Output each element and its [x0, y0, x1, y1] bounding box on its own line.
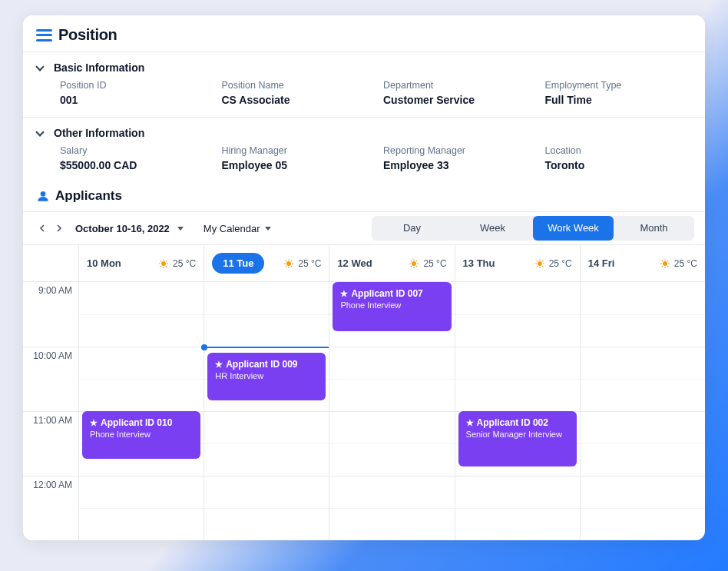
- star-icon: ★: [215, 360, 223, 370]
- svg-line-33: [536, 260, 537, 261]
- view-month[interactable]: Month: [614, 216, 694, 241]
- day-header[interactable]: 12 Wed25 °C: [329, 245, 454, 281]
- day-header[interactable]: 14 Fri25 °C: [580, 245, 705, 281]
- calendar-event[interactable]: ★Applicant ID 010Phone Interview: [82, 411, 200, 459]
- svg-line-16: [291, 265, 292, 266]
- field: Salary $55000.00 CAD: [60, 145, 207, 171]
- other-info-grid: Salary $55000.00 CAD Hiring Manager Empl…: [23, 145, 705, 182]
- field: Department Customer Service: [383, 80, 530, 106]
- svg-line-27: [416, 260, 417, 261]
- view-work-week[interactable]: Work Week: [533, 216, 614, 241]
- section-heading: Other Information: [54, 127, 144, 139]
- day-temp: 25 °C: [409, 258, 446, 269]
- svg-line-8: [160, 265, 161, 266]
- applicants-title: Applicants: [55, 188, 122, 204]
- svg-point-37: [663, 261, 667, 265]
- star-icon: ★: [90, 418, 98, 428]
- day-header[interactable]: 11 Tue25 °C: [204, 245, 329, 281]
- card-header: Position: [23, 15, 705, 52]
- day-column[interactable]: [580, 282, 705, 540]
- svg-point-1: [162, 261, 166, 265]
- calendar-toolbar: October 10-16, 2022 My Calendar Day Week…: [23, 211, 705, 245]
- sun-icon: [158, 258, 169, 269]
- field: Hiring Manager Employee 05: [222, 145, 369, 171]
- field-value: Employee 05: [222, 159, 369, 171]
- view-day[interactable]: Day: [372, 216, 452, 241]
- field: Reporting Manager Employee 33: [383, 145, 530, 171]
- view-week[interactable]: Week: [452, 216, 533, 241]
- calendar-event[interactable]: ★Applicant ID 002Senior Manager Intervie…: [458, 411, 577, 466]
- svg-point-0: [41, 191, 46, 197]
- svg-line-26: [411, 265, 412, 266]
- star-icon: ★: [340, 289, 348, 299]
- position-card: Position Basic Information Position ID 0…: [23, 15, 705, 540]
- calendar-header-row: 10 Mon25 °C11 Tue25 °C12 Wed25 °C13 Thu2…: [23, 245, 705, 282]
- time-column: 9:00 AM10:00 AM11:00 AM12:00 AM: [23, 282, 78, 540]
- calendar-event[interactable]: ★Applicant ID 007Phone Interview: [333, 282, 451, 331]
- prev-button[interactable]: [34, 220, 51, 237]
- svg-line-44: [662, 265, 663, 266]
- field-label: Position Name: [222, 80, 369, 91]
- event-title: Applicant ID 007: [351, 288, 422, 299]
- svg-line-25: [416, 265, 417, 266]
- event-title: Applicant ID 010: [101, 417, 172, 428]
- calendar-picker[interactable]: My Calendar: [204, 223, 271, 234]
- field-label: Department: [383, 80, 530, 91]
- svg-line-42: [662, 260, 663, 261]
- field-value: $55000.00 CAD: [60, 159, 207, 171]
- field: Position Name CS Associate: [222, 80, 369, 106]
- field-value: 001: [60, 94, 207, 106]
- svg-line-17: [286, 265, 286, 266]
- field-label: Salary: [60, 145, 207, 156]
- event-subtitle: Phone Interview: [90, 430, 193, 439]
- person-icon: [37, 190, 49, 202]
- chevron-down-icon[interactable]: [177, 227, 184, 231]
- section-other-info[interactable]: Other Information: [23, 118, 705, 145]
- sun-icon: [660, 258, 670, 269]
- day-temp: 25 °C: [283, 258, 321, 269]
- next-button[interactable]: [51, 220, 68, 237]
- svg-line-36: [542, 260, 543, 261]
- date-range[interactable]: October 10-16, 2022: [75, 223, 170, 234]
- field-label: Hiring Manager: [222, 145, 369, 156]
- svg-line-15: [286, 260, 286, 261]
- day-temp: 25 °C: [534, 258, 572, 269]
- time-slot: 12:00 AM: [23, 476, 78, 540]
- svg-line-9: [166, 260, 167, 261]
- day-label: 13 Thu: [463, 257, 495, 269]
- svg-line-34: [542, 265, 543, 266]
- day-header[interactable]: 10 Mon25 °C: [78, 245, 204, 281]
- field-value: Employee 33: [383, 159, 530, 171]
- day-header[interactable]: 13 Thu25 °C: [455, 245, 580, 281]
- day-label: 11 Tue: [212, 253, 264, 274]
- day-temp: 25 °C: [660, 258, 697, 269]
- calendar-event[interactable]: ★Applicant ID 009HR Interview: [207, 353, 326, 400]
- time-slot: 11:00 AM: [23, 411, 78, 476]
- day-column[interactable]: ★Applicant ID 007Phone Interview: [329, 282, 454, 540]
- field-value: Customer Service: [383, 94, 530, 106]
- day-label: 12 Wed: [337, 257, 372, 269]
- section-basic-info[interactable]: Basic Information: [23, 52, 705, 80]
- basic-info-grid: Position ID 001 Position Name CS Associa…: [23, 80, 705, 118]
- sun-icon: [283, 258, 294, 269]
- day-column[interactable]: ★Applicant ID 009HR Interview: [204, 282, 329, 540]
- view-switcher: Day Week Work Week Month: [372, 216, 694, 241]
- day-column[interactable]: ★Applicant ID 002Senior Manager Intervie…: [455, 282, 580, 540]
- time-slot: 10:00 AM: [23, 347, 78, 411]
- page-title: Position: [58, 26, 117, 44]
- svg-line-45: [667, 260, 668, 261]
- svg-line-6: [160, 260, 161, 261]
- calendar-body: 9:00 AM10:00 AM11:00 AM12:00 AM ★Applica…: [23, 282, 705, 540]
- day-column[interactable]: ★Applicant ID 010Phone Interview: [78, 282, 204, 540]
- field-value: Toronto: [545, 159, 692, 171]
- star-icon: ★: [466, 418, 474, 428]
- field: Position ID 001: [60, 80, 207, 106]
- field-label: Reporting Manager: [383, 145, 530, 156]
- time-slot: 9:00 AM: [23, 282, 78, 347]
- section-heading: Basic Information: [54, 61, 144, 74]
- field-label: Position ID: [60, 80, 207, 91]
- svg-point-10: [287, 261, 291, 265]
- field-value: Full Time: [545, 94, 692, 106]
- list-icon: [37, 29, 52, 41]
- sun-icon: [409, 258, 419, 269]
